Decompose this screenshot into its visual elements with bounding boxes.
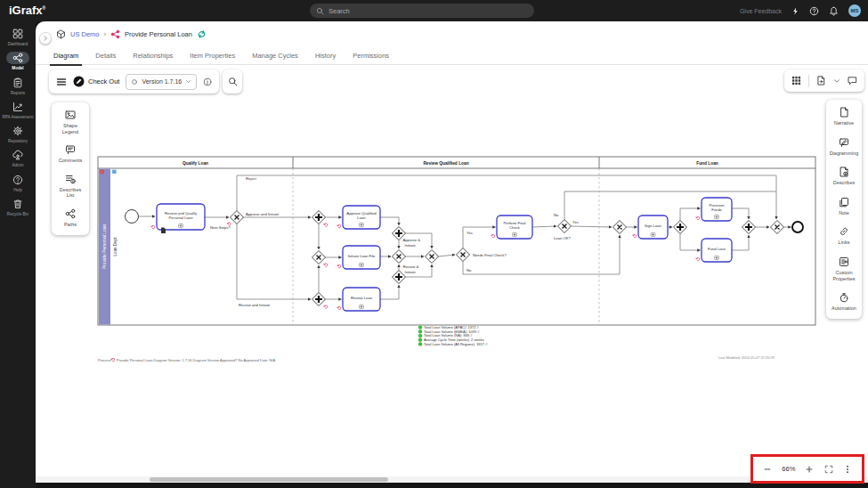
bpmn-task[interactable]: Fund Loan [696,239,732,262]
sidebar-item-dashboard[interactable]: Dashboard [0,28,36,46]
panel-item-diagramming[interactable]: Diagramming [826,137,862,157]
breadcrumb-separator: › [104,30,107,38]
repository-cube-icon [56,29,66,39]
svg-text:Qualify Loan: Qualify Loan [183,161,208,166]
tab-manage-cycles[interactable]: Manage Cycles [252,46,298,65]
bpmn-task[interactable]: Sign Loan [633,216,668,239]
deslist-icon [65,174,76,184]
tab-details[interactable]: Details [95,46,116,65]
svg-text:Total Loan Volume (All Regions: Total Loan Volume (All Regions): 3317 # [424,342,488,346]
fullscreen-button[interactable] [824,465,833,474]
horizontal-scrollbar[interactable] [36,476,868,483]
panel-item-describes[interactable]: Describes [826,167,862,186]
svg-text:Loan Dept: Loan Dept [113,237,118,256]
help-icon [12,175,23,185]
paths-icon [65,208,76,219]
svg-text:Loan OK?: Loan OK? [554,236,572,240]
export-document-icon[interactable] [816,76,826,85]
svg-text:Check: Check [509,225,521,230]
svg-text:No: No [554,213,559,217]
chevron-down-icon[interactable] [833,77,840,85]
svg-text:Initiate: Initiate [405,270,417,274]
zoom-out-button[interactable] [763,465,772,474]
tab-relationships[interactable]: Relationships [133,46,173,65]
lightning-icon[interactable] [791,6,799,16]
panel-item-narrative[interactable]: Narrative [826,107,862,126]
tab-bar: DiagramDetailsRelationshipsItem Properti… [36,46,868,65]
tab-diagram[interactable]: Diagram [53,46,78,65]
collapse-expander-button[interactable] [39,32,52,45]
svg-text:Fund Loan: Fund Loan [708,247,726,251]
panel-item-describes-list[interactable]: Describes List [52,174,89,199]
svg-text:Loan: Loan [357,216,366,220]
panel-item-automation[interactable]: Automation [826,292,862,312]
left-tools-panel: Shape LegendCommentsDescribes ListPaths [52,102,89,235]
svg-text:No: No [466,268,472,272]
bpmn-task[interactable]: Perform FinalCheck [491,216,532,239]
check-out-button[interactable]: Check Out [73,76,119,87]
links-icon [839,226,849,237]
panel-item-shape-legend[interactable]: Shape Legend [52,110,89,134]
bpmn-task[interactable]: Review and QualifyPersonal Loan [151,204,205,233]
panel-item-paths[interactable]: Paths [52,208,89,228]
sidebar-item-reports[interactable]: Reports [0,77,36,95]
user-avatar[interactable]: MS [848,4,861,17]
svg-text:!: ! [101,170,102,175]
dashboard-icon [12,28,23,39]
bpmn-task[interactable]: Initiate Loan File [337,246,380,269]
panel-item-custom-properties[interactable]: Custom Properties [826,256,862,281]
tab-history[interactable]: History [315,46,336,65]
admin-icon [12,150,23,160]
igrafx-logo: iGrafx® [9,4,45,17]
version-circle-icon [131,78,138,85]
search-placeholder: Search [329,7,350,15]
sidebar-item-admin[interactable]: Admin [0,149,36,167]
panel-item-comments[interactable]: Comments [52,144,89,164]
svg-text:Funds: Funds [711,207,722,212]
tab-item-properties[interactable]: Item Properties [190,46,235,65]
menu-hamburger-icon[interactable] [56,77,67,87]
version-dropdown[interactable]: Version 1.7.16 [126,74,197,90]
sidebar-item-rpa-assessment[interactable]: RPA Assessment [0,101,36,119]
svg-text:Approve &: Approve & [403,238,421,242]
svg-text:Review Loan: Review Loan [351,296,373,300]
bpmn-end-event[interactable] [792,222,803,232]
panel-item-links[interactable]: Links [826,226,862,246]
right-tools-panel: NarrativeDiagrammingDescribesNoteLinksCu… [826,100,862,319]
bpmn-task[interactable]: ProvisionFunds [696,198,732,221]
svg-text:Review and Initiate: Review and Initiate [239,303,271,307]
sidebar-item-model[interactable]: Model [0,52,36,70]
search-icon [316,7,324,15]
breadcrumb-root[interactable]: US Demo [70,30,100,38]
pencil-circle-icon [73,76,85,87]
bpmn-task[interactable]: Approve QualifiedLoan [337,206,380,229]
sidebar-item-repository[interactable]: Repository [0,125,36,143]
diagram-search-button[interactable] [223,69,242,94]
bpmn-start-event[interactable] [126,210,139,224]
describes-icon [839,167,849,177]
help-icon[interactable] [809,6,819,16]
chevron-right-icon [42,35,49,42]
model-share-icon [110,29,120,39]
search-icon [228,77,238,86]
bpmn-diagram-canvas[interactable]: Qualify LoanReview Qualified LoanFund Lo… [96,155,819,369]
svg-text:Needs Final Check?: Needs Final Check? [473,253,507,257]
panel-item-note[interactable]: Note [826,197,862,216]
zoom-in-button[interactable] [805,465,814,474]
sidebar: DashboardModelReportsRPA AssessmentRepos… [0,21,36,488]
global-search-input[interactable]: Search [310,4,534,18]
svg-text:Initiate Loan File: Initiate Loan File [348,254,376,258]
give-feedback-link[interactable]: Give Feedback [740,8,782,14]
grid-view-icon[interactable] [791,76,801,85]
comment-icon[interactable] [848,76,857,85]
scrollbar-thumb[interactable] [150,477,388,482]
notifications-bell-icon[interactable] [829,6,839,16]
info-icon[interactable] [203,77,212,86]
sidebar-item-help[interactable]: Help [0,174,36,192]
more-options-kebab[interactable] [843,465,852,474]
tab-permissions[interactable]: Permissions [353,46,389,65]
bpmn-task[interactable]: Review Loan [337,288,380,311]
breadcrumb: US Demo › Provide Personal Loan [56,28,207,40]
sidebar-item-recycle-bin[interactable]: Recycle Bin [0,198,36,216]
svg-text:Reject: Reject [246,176,257,181]
